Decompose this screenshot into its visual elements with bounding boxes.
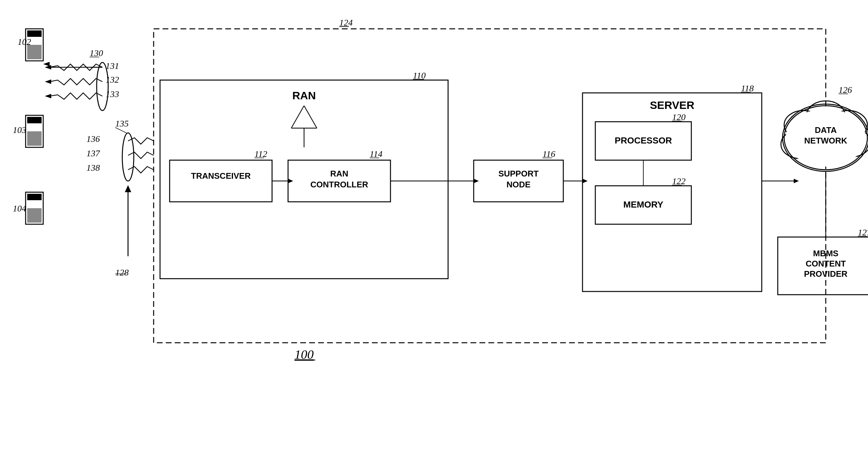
- label-112: 112: [254, 149, 267, 159]
- label-127: 127: [858, 227, 868, 237]
- svg-rect-33: [27, 131, 41, 146]
- figure-number: 100: [294, 347, 314, 362]
- diagram-container: 124 RAN 110 TRANSCEIVER 112 RAN CONTROLL…: [0, 0, 868, 451]
- svg-rect-30: [27, 30, 41, 37]
- label-126: 126: [839, 85, 852, 95]
- svg-marker-39: [45, 79, 51, 84]
- memory-label: MEMORY: [623, 200, 663, 209]
- support-node-label1: SUPPORT: [498, 169, 539, 178]
- svg-marker-37: [43, 62, 50, 66]
- label-131: 131: [105, 61, 119, 71]
- label-135: 135: [115, 118, 129, 129]
- support-node-label2: NODE: [506, 180, 530, 189]
- lens-135: [122, 133, 134, 181]
- svg-rect-34: [27, 194, 41, 200]
- svg-marker-44: [125, 185, 131, 192]
- data-network-label1: DATA: [815, 125, 837, 135]
- label-104: 104: [13, 203, 26, 213]
- svg-marker-40: [45, 94, 51, 98]
- label-130: 130: [90, 48, 103, 58]
- svg-rect-32: [27, 117, 41, 123]
- label-122: 122: [672, 176, 686, 186]
- label-118: 118: [741, 83, 754, 93]
- label-132: 132: [105, 75, 119, 85]
- label-102: 102: [18, 37, 31, 47]
- label-114: 114: [370, 149, 382, 159]
- data-network-label2: NETWORK: [804, 136, 847, 145]
- transceiver-box: [169, 160, 272, 202]
- label-124: 124: [339, 18, 353, 28]
- server-box: [583, 93, 762, 291]
- label-103: 103: [13, 125, 26, 135]
- label-136: 136: [86, 134, 100, 144]
- svg-line-2: [291, 106, 304, 128]
- label-133: 133: [105, 89, 119, 99]
- svg-marker-12: [474, 179, 479, 183]
- svg-marker-17: [583, 179, 588, 183]
- mbms-label3: PROVIDER: [804, 269, 847, 279]
- ran-controller-label2: CONTROLLER: [310, 180, 368, 189]
- svg-line-3: [304, 106, 317, 128]
- mbms-label1: MBMS: [813, 249, 838, 258]
- svg-marker-19: [794, 179, 799, 183]
- label-128: 128: [115, 267, 129, 277]
- server-label: SERVER: [650, 99, 694, 111]
- outer-box: [154, 29, 826, 343]
- label-110: 110: [413, 71, 426, 80]
- svg-rect-31: [27, 45, 41, 59]
- processor-label: PROCESSOR: [615, 136, 672, 145]
- svg-marker-9: [288, 179, 293, 183]
- mbms-label2: CONTENT: [806, 259, 846, 269]
- label-120: 120: [672, 112, 686, 122]
- ran-label: RAN: [292, 89, 316, 102]
- transceiver-label: TRANSCEIVER: [191, 171, 251, 181]
- label-116: 116: [542, 149, 555, 159]
- svg-rect-35: [27, 208, 41, 223]
- ran-controller-label1: RAN: [330, 169, 348, 178]
- label-137: 137: [86, 148, 100, 158]
- label-138: 138: [86, 163, 100, 173]
